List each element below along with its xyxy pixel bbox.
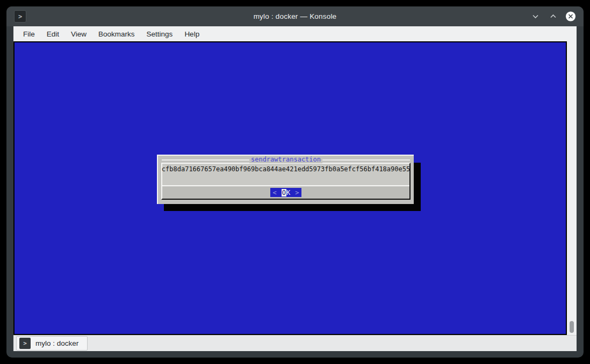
- menu-help[interactable]: Help: [178, 28, 205, 40]
- konsole-window: > mylo : docker — Konsole: [6, 6, 584, 358]
- minimize-button[interactable]: [530, 11, 541, 22]
- ok-label-rest: K: [286, 189, 290, 196]
- tab-mylo-docker[interactable]: > mylo : docker: [16, 336, 88, 351]
- window-controls: [530, 11, 576, 22]
- menu-settings[interactable]: Settings: [141, 28, 179, 40]
- window-title: mylo : docker — Konsole: [6, 12, 584, 20]
- menubar: File Edit View Bookmarks Settings Help: [13, 26, 577, 41]
- close-button[interactable]: [565, 11, 576, 22]
- menu-bookmarks[interactable]: Bookmarks: [92, 28, 141, 40]
- close-icon: [565, 11, 576, 22]
- client-area: File Edit View Bookmarks Settings Help s…: [13, 26, 577, 351]
- tab-label: mylo : docker: [35, 339, 78, 347]
- ok-open-bracket: <: [273, 189, 277, 196]
- dialog-button-row: < O K >: [162, 185, 409, 199]
- menu-edit[interactable]: Edit: [41, 28, 65, 40]
- menu-file[interactable]: File: [17, 28, 41, 40]
- maximize-button[interactable]: [548, 11, 558, 22]
- dialog-title-row: sendrawtransaction: [158, 156, 414, 163]
- tabbar: > mylo : docker: [13, 335, 577, 351]
- dialog-message: cfb8da71667657ea490bf969bca844ae421edd59…: [162, 164, 409, 185]
- dialog-inner-box: cfb8da71667657ea490bf969bca844ae421edd59…: [161, 163, 411, 200]
- menu-view[interactable]: View: [65, 28, 92, 40]
- chevron-down-icon: [531, 12, 539, 20]
- terminal-screen[interactable]: sendrawtransaction cfb8da71667657ea490bf…: [13, 41, 567, 335]
- konsole-app-icon: >: [14, 10, 26, 23]
- dialog-title: sendrawtransaction: [249, 156, 322, 163]
- konsole-icon-glyph: >: [18, 13, 22, 20]
- terminal-scrollbar[interactable]: [567, 41, 577, 335]
- chevron-up-icon: [549, 12, 557, 20]
- tui-dialog: sendrawtransaction cfb8da71667657ea490bf…: [157, 155, 414, 204]
- ok-close-bracket: >: [295, 189, 299, 196]
- titlebar[interactable]: > mylo : docker — Konsole: [6, 6, 584, 26]
- tab-icon-glyph: >: [23, 340, 27, 347]
- ok-button[interactable]: < O K >: [270, 188, 302, 197]
- terminal-row: sendrawtransaction cfb8da71667657ea490bf…: [13, 41, 577, 335]
- ok-cursor-char: O: [282, 189, 286, 196]
- terminal-tab-icon: >: [19, 338, 31, 349]
- scrollbar-thumb[interactable]: [570, 321, 574, 333]
